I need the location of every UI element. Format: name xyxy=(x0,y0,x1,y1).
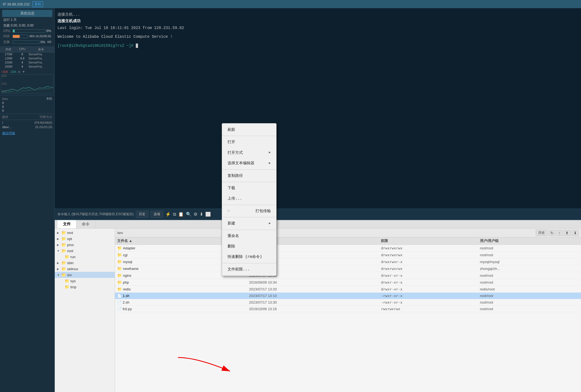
proc-mem: 270M xyxy=(1,53,16,56)
file-icon: 📄 xyxy=(117,294,122,298)
tree-item[interactable]: ▼ 📁 root xyxy=(55,248,115,254)
refresh-btn[interactable]: ↻ xyxy=(548,230,556,236)
menu-copy-path[interactable]: 复制路径 xyxy=(222,171,276,181)
copy-icon[interactable]: ⧉ xyxy=(173,212,176,217)
proc-mem: 150M xyxy=(1,61,16,64)
net-dropdown-arrow[interactable]: ▼ xyxy=(22,70,25,73)
file-tree[interactable]: ▶ 📁 mnt ▶ 📁 opt ▶ 📁 proc ▼ 📁 root 📁 run … xyxy=(55,229,115,392)
tree-item-label: proc xyxy=(67,243,74,247)
menu-file-perm[interactable]: 文件权限... xyxy=(222,264,276,275)
file-history-button[interactable]: 历史 xyxy=(536,230,547,236)
menu-refresh[interactable]: 刷新 xyxy=(222,125,276,135)
copy-ip-button[interactable]: 复制 xyxy=(33,1,43,7)
mem-label: 内存 xyxy=(3,34,11,39)
menu-sep-4 xyxy=(222,205,276,205)
file-row[interactable]: 📄 fcli.py 2019/10/06 13:16 rwxrwxrwx roo… xyxy=(115,306,581,312)
tree-item[interactable]: 📁 sys xyxy=(55,278,115,284)
file-row[interactable]: 📁 mysql 2023/07/17 13:20 drwxrwxr-x mysq… xyxy=(115,258,581,265)
cpu-progress xyxy=(13,29,45,33)
cpu-value: 6% xyxy=(47,29,51,33)
file-name: 📄 2.sh xyxy=(117,300,249,304)
folder-icon: 📁 xyxy=(117,253,122,257)
file-row[interactable]: 📄 2.sh 2023/07/17 13:30 -rwxr-xr-x root/… xyxy=(115,299,581,306)
proc-row: 128M 4.3 ServerFra. xyxy=(0,56,54,60)
tree-item[interactable]: ▶ 📁 proc xyxy=(55,242,115,248)
tree-item[interactable]: ▶ 📁 mnt xyxy=(55,230,115,236)
file-row[interactable]: 📁 nginx 2023/07/17 13:30 drwxr-xr-x root… xyxy=(115,272,581,279)
history-button[interactable]: 历史 xyxy=(136,211,148,218)
terminal-cursor xyxy=(136,44,138,48)
disk-path-val: / xyxy=(2,121,3,124)
terminal-toolbar: 命令输入 (按ALT键提示历史,TAB键路径,ESC键返回) 历史 选项 ⚡ ⧉… xyxy=(55,209,581,220)
menu-upload[interactable]: 上传... xyxy=(222,193,276,204)
menu-copy-path-label: 复制路径 xyxy=(228,173,243,179)
menu-open-with[interactable]: 打开方式 ▶ xyxy=(222,148,276,158)
file-list-body[interactable]: 📁 Adapter 2018/11/16 15:29 drwxrwxrwx ro… xyxy=(115,245,581,392)
tree-item-label: sbin xyxy=(67,261,74,265)
file-row[interactable]: 📄 1.sh 2023/07/17 13:10 -rwxr-xr-x root/… xyxy=(115,293,581,299)
file-row[interactable]: 📁 newframe 2019/05/25 00:15 drwxrwxrwx z… xyxy=(115,265,581,272)
menu-download[interactable]: 下载 xyxy=(222,183,276,193)
context-menu[interactable]: 刷新 打开 打开方式 ▶ 选择文本编辑器 ▶ xyxy=(222,123,277,276)
swap-row: 交换 0% 0/0 xyxy=(2,39,52,45)
file-row[interactable]: 📁 php 2016/09/09 10:34 drwxr-xr-x root/r… xyxy=(115,279,581,286)
expand-icon: ▶ xyxy=(57,237,60,240)
right-section: 连接主机... 连接主机成功 Last login: Tue Jul 18 16… xyxy=(55,8,581,392)
download-file-btn[interactable]: ⬇ xyxy=(572,230,579,236)
ping-ms: 0ms xyxy=(2,97,8,100)
file-tabs: 文件 命令 xyxy=(55,220,581,229)
menu-new[interactable]: 新建 ▶ xyxy=(222,218,276,229)
menu-text-editor[interactable]: 选择文本编辑器 ▶ xyxy=(222,158,276,168)
tree-item[interactable]: ▼ 📁 srv xyxy=(55,272,115,278)
menu-quick-delete[interactable]: 快速删除 (rm命令) xyxy=(222,252,276,262)
file-row[interactable]: 📁 redis 2023/07/17 13:20 drwxr-xr-x redi… xyxy=(115,286,581,293)
tree-item[interactable]: ▶ 📁 selinux xyxy=(55,266,115,272)
upload2-btn[interactable]: ⬆ xyxy=(563,230,571,236)
sysinfo-section: 系统信息 运行 1 天 负载 0.00, 0.00, 0.00 CPU 6% 内… xyxy=(0,8,54,47)
menu-sep-7 xyxy=(222,263,276,263)
tree-item[interactable]: 📁 tmp xyxy=(55,284,115,290)
file-row[interactable]: 📁 Adapter 2018/11/16 15:29 drwxrwxrwx ro… xyxy=(115,245,581,252)
tab-command[interactable]: 命令 xyxy=(76,220,95,228)
ping-value-3: 0 xyxy=(2,109,4,112)
upload-btn[interactable]: ↑ xyxy=(557,230,562,236)
file-perm: -rwxr-xr-x xyxy=(381,300,480,304)
col-header-user: 用户/用户组 xyxy=(480,238,579,243)
tab-file[interactable]: 文件 xyxy=(57,220,76,228)
proc-table: 270M 6 ServerFra. 128M 4.3 ServerFra. 15… xyxy=(0,52,54,69)
disk-size-label: 可用/大小 xyxy=(39,115,52,119)
expand-icon: ▶ xyxy=(57,231,60,234)
terminal-content[interactable]: 连接主机... 连接主机成功 Last login: Tue Jul 18 16… xyxy=(55,8,581,209)
swap-label: 交换 xyxy=(3,40,11,44)
tree-item[interactable]: ▶ 📁 opt xyxy=(55,236,115,242)
tree-item[interactable]: ▶ 📁 sbin xyxy=(55,260,115,266)
folder-icon: 📁 xyxy=(65,285,69,289)
tree-item-label: mnt xyxy=(67,231,73,235)
upgrade-button[interactable]: 激活/升级 xyxy=(0,130,17,136)
menu-rename[interactable]: 重命名 xyxy=(222,231,276,241)
menu-delete[interactable]: 删除 xyxy=(222,241,276,252)
col-header-perm: 权限 xyxy=(381,238,480,243)
lightning-icon[interactable]: ⚡ xyxy=(165,212,171,217)
ip-address: IP 39.98.208.232 xyxy=(3,2,30,6)
menu-pack-transfer[interactable]: ☐ 打包传输 xyxy=(222,206,276,216)
settings-icon[interactable]: ⚙ xyxy=(194,212,197,217)
folder-icon: 📁 xyxy=(117,246,122,250)
search-icon[interactable]: 🔍 xyxy=(186,212,191,217)
menu-open[interactable]: 打开 xyxy=(222,137,276,147)
download-icon[interactable]: ⬇ xyxy=(200,212,203,217)
tree-item[interactable]: 📁 run xyxy=(55,254,115,260)
options-button[interactable]: 选项 xyxy=(151,211,163,218)
term-welcome: Welcome to Alibaba Cloud Elastic Compute… xyxy=(57,34,172,39)
file-row[interactable]: 📁 cgi 2019/01/08 09:11 drwxrwxrwx root/r… xyxy=(115,252,581,258)
folder-icon: 📁 xyxy=(117,266,122,271)
maximize-icon[interactable]: ⬜ xyxy=(205,212,211,217)
sysinfo-button[interactable]: 系统信息 xyxy=(2,10,52,17)
cpu-label: CPU xyxy=(3,29,11,33)
menu-text-editor-arrow: ▶ xyxy=(269,161,271,166)
clipboard-icon[interactable]: 📋 xyxy=(178,212,184,217)
net-upload: ↑31K xyxy=(1,70,8,73)
tree-item-label: sys xyxy=(70,279,76,283)
menu-pack-checkbox: ☐ xyxy=(228,208,229,214)
network-section: ↑31K ↓31K lo ▼ 60K 42K 21K xyxy=(0,69,54,95)
